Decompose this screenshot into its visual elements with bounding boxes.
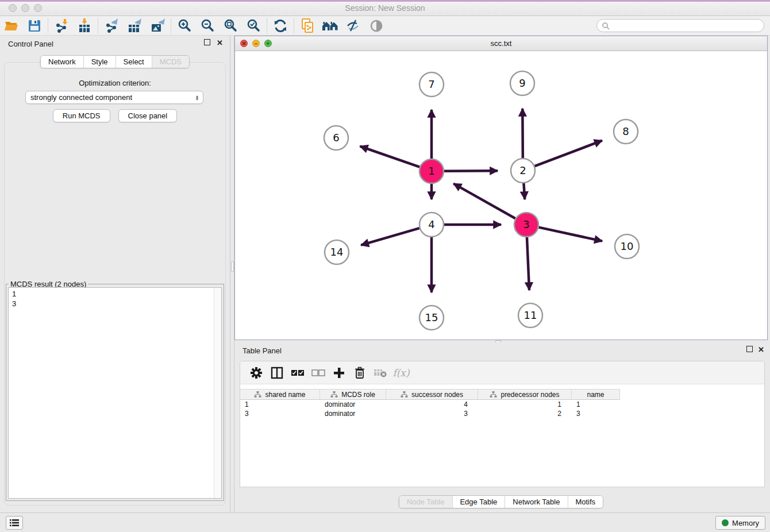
column-header-label: MCDS role	[341, 391, 375, 399]
graph-edge-1-6[interactable]	[360, 147, 420, 167]
graph-edge-1-2[interactable]	[444, 171, 498, 171]
cell-predecessor-nodes[interactable]: 2	[478, 409, 572, 418]
graph-node-3[interactable]: 3	[514, 213, 538, 237]
tab-style[interactable]: Style	[83, 56, 116, 68]
add-column-icon[interactable]	[329, 364, 349, 381]
splitter-handle[interactable]	[231, 261, 234, 272]
tab-network[interactable]: Network	[41, 56, 83, 68]
graph-edge-3-10[interactable]	[538, 228, 602, 241]
save-session-icon[interactable]	[23, 17, 46, 34]
tab-edge-table[interactable]: Edge Table	[452, 496, 505, 508]
graph-edge-3-1[interactable]	[453, 184, 515, 219]
optimization-criterion-dropdown[interactable]: strongly connected component ▴▾	[25, 91, 203, 104]
tab-motifs[interactable]: Motifs	[567, 496, 603, 508]
cell-MCDS-role[interactable]: dominator	[320, 400, 386, 409]
export-image-icon[interactable]	[146, 17, 169, 34]
float-table-panel-icon[interactable]	[746, 346, 753, 354]
graph-node-9[interactable]: 9	[510, 71, 534, 95]
column-header-label: shared name	[265, 391, 305, 399]
clone-network-icon[interactable]	[296, 17, 319, 34]
hide-selected-icon[interactable]	[342, 17, 365, 34]
graph-node-8[interactable]: 8	[614, 119, 638, 144]
graph-node-6[interactable]: 6	[324, 126, 348, 150]
close-panel-icon[interactable]: ✕	[217, 39, 223, 47]
column-header-label: name	[587, 391, 604, 399]
tab-network-table[interactable]: Network Table	[505, 496, 567, 508]
search-field[interactable]	[596, 19, 764, 32]
zoom-fit-icon[interactable]	[219, 17, 242, 34]
column-header-name[interactable]: name	[572, 389, 620, 400]
network-canvas[interactable]: 7968124314101511	[235, 51, 767, 340]
table-row[interactable]: 1dominator411	[240, 400, 764, 409]
tab-node-table[interactable]: Node Table	[399, 496, 452, 508]
run-mcds-button[interactable]: Run MCDS	[53, 109, 110, 122]
open-session-icon[interactable]	[0, 17, 23, 34]
graph-node-15[interactable]: 15	[419, 306, 444, 330]
node-label: 4	[428, 218, 434, 230]
graph-node-11[interactable]: 11	[518, 303, 542, 327]
node-label: 2	[519, 164, 526, 176]
deselect-all-icon[interactable]	[308, 364, 329, 381]
graph-edge-2-8[interactable]	[535, 141, 602, 167]
cell-name[interactable]: 1	[572, 400, 620, 409]
delete-icon[interactable]	[349, 364, 370, 381]
graph-edge-2-3[interactable]	[523, 183, 525, 199]
graph-edge-2-9[interactable]	[522, 109, 523, 158]
column-type-icon	[330, 391, 338, 398]
column-type-icon	[254, 391, 261, 398]
graph-node-7[interactable]: 7	[419, 72, 444, 97]
graph-node-1[interactable]: 1	[419, 159, 444, 183]
show-all-icon[interactable]	[365, 17, 388, 34]
close-panel-button[interactable]: Close panel	[118, 109, 178, 122]
chevron-up-down-icon: ▴▾	[196, 95, 198, 101]
import-network-icon[interactable]	[50, 17, 73, 34]
vertical-splitter[interactable]	[230, 36, 234, 512]
graph-edge-3-11[interactable]	[527, 237, 529, 290]
network-window-titlebar[interactable]: ✕ − + scc.txt	[235, 36, 767, 51]
export-network-icon[interactable]	[100, 17, 123, 34]
select-all-icon[interactable]	[287, 364, 308, 381]
cell-MCDS-role[interactable]: dominator	[320, 409, 386, 418]
list-icon	[9, 518, 20, 527]
column-header-successor-nodes[interactable]: successor nodes	[386, 389, 478, 400]
zoom-selected-icon[interactable]	[242, 17, 265, 34]
columns-icon[interactable]	[267, 364, 287, 381]
result-scrollbar[interactable]	[214, 288, 221, 498]
cell-shared-name[interactable]: 3	[240, 409, 320, 418]
network-graph: 7968124314101511	[235, 51, 767, 340]
zoom-out-icon[interactable]	[196, 17, 219, 34]
column-type-icon	[401, 391, 408, 398]
zoom-in-icon[interactable]	[173, 17, 196, 34]
cell-predecessor-nodes[interactable]: 1	[478, 400, 572, 409]
cell-name[interactable]: 3	[572, 409, 620, 418]
cell-shared-name[interactable]: 1	[240, 400, 320, 409]
tab-select[interactable]: Select	[116, 56, 152, 68]
function-builder-icon[interactable]: f(x)	[391, 364, 411, 381]
home-icon[interactable]	[319, 17, 342, 34]
cell-successor-nodes[interactable]: 3	[386, 409, 478, 418]
close-table-panel-icon[interactable]: ✕	[758, 346, 764, 354]
graph-node-2[interactable]: 2	[511, 159, 535, 183]
search-input[interactable]	[613, 22, 764, 30]
cell-successor-nodes[interactable]: 4	[386, 400, 478, 409]
column-header-shared-name[interactable]: shared name	[240, 389, 320, 400]
column-header-predecessor-nodes[interactable]: predecessor nodes	[478, 389, 572, 400]
graph-edge-4-14[interactable]	[361, 228, 419, 245]
graph-node-14[interactable]: 14	[325, 240, 349, 264]
graph-node-4[interactable]: 4	[419, 213, 444, 237]
task-history-button[interactable]	[6, 516, 23, 530]
tab-mcds[interactable]: MCDS	[152, 56, 189, 68]
table-row[interactable]: 3dominator323	[240, 409, 764, 418]
float-panel-icon[interactable]	[204, 39, 210, 47]
memory-button[interactable]: Memory	[715, 516, 765, 530]
graph-node-10[interactable]: 10	[615, 234, 639, 259]
table-header-row: shared nameMCDS rolesuccessor nodesprede…	[240, 389, 764, 400]
column-header-MCDS-role[interactable]: MCDS role	[320, 389, 386, 400]
table-body: 1dominator4113dominator323	[240, 400, 764, 418]
import-table-icon[interactable]	[73, 17, 96, 34]
apply-layout-icon[interactable]	[269, 17, 292, 34]
mcds-result-textarea[interactable]: 13	[8, 287, 222, 499]
export-table-icon[interactable]	[123, 17, 146, 34]
delete-table-icon[interactable]	[370, 364, 391, 381]
gear-icon[interactable]	[246, 364, 267, 381]
